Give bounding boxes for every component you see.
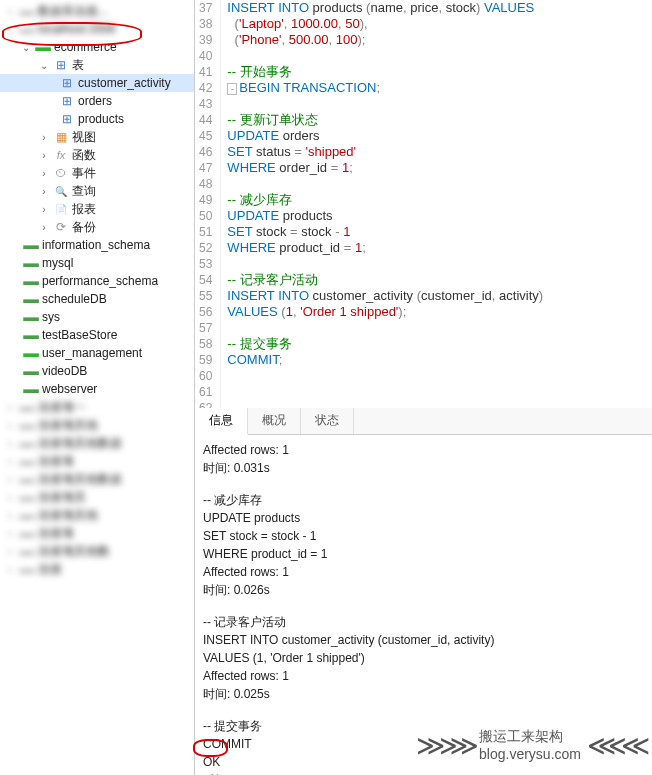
tree-reports-folder[interactable]: ›报表 [0, 200, 194, 218]
db-label: webserver [42, 382, 97, 396]
tree-blurred-item[interactable]: ›连接项其 [0, 488, 194, 506]
main-panel: 3738394041424344454647484950515253545556… [195, 0, 652, 775]
tree-db-user-management[interactable]: user_management [0, 344, 194, 362]
table-icon [59, 111, 75, 127]
table-label: customer_activity [78, 76, 171, 90]
tree-blurred-item[interactable]: ›连接项其他 [0, 506, 194, 524]
table-icon [59, 75, 75, 91]
db-label: mysql [42, 256, 73, 270]
output-line: Affected rows: 1 [203, 667, 644, 685]
database-icon [35, 39, 51, 55]
tab-info[interactable]: 信息 [195, 408, 248, 435]
tree-blurred-item[interactable]: ›连接项其他数据 [0, 434, 194, 452]
output-line: 时间: 0.026s [203, 581, 644, 599]
tree-blurred-item[interactable]: ›连接项 [0, 524, 194, 542]
tree-blurred-item[interactable]: ›连接项 [0, 452, 194, 470]
db-label: ecommerce [54, 40, 117, 54]
tab-status[interactable]: 状态 [301, 408, 354, 434]
output-line: VALUES (1, 'Order 1 shipped') [203, 649, 644, 667]
folder-label: 表 [72, 57, 84, 74]
tree-db-mysql[interactable]: mysql [0, 254, 194, 272]
table-label: products [78, 112, 124, 126]
event-icon [53, 165, 69, 181]
output-line: 时间: 0.026s [203, 771, 644, 775]
tree-db-information-schema[interactable]: information_schema [0, 236, 194, 254]
code-content[interactable]: INSERT INTO products (name, price, stock… [221, 0, 543, 408]
tree-blurred-item[interactable]: ›连接项其他数 [0, 542, 194, 560]
table-icon [59, 93, 75, 109]
tab-profile[interactable]: 概况 [248, 408, 301, 434]
database-icon [23, 237, 39, 253]
folder-label: 函数 [72, 147, 96, 164]
tree-db-sys[interactable]: sys [0, 308, 194, 326]
tree-tables-folder[interactable]: ⌄表 [0, 56, 194, 74]
output-line: UPDATE products [203, 509, 644, 527]
tree-blurred-item[interactable]: ›连接项其他 [0, 416, 194, 434]
report-icon [53, 201, 69, 217]
output-line: SET stock = stock - 1 [203, 527, 644, 545]
output-line: INSERT INTO customer_activity (customer_… [203, 631, 644, 649]
tree-views-folder[interactable]: ›▦视图 [0, 128, 194, 146]
db-label: scheduleDB [42, 292, 107, 306]
db-label: testBaseStore [42, 328, 117, 342]
tree-functions-folder[interactable]: ›fx函数 [0, 146, 194, 164]
table-folder-icon [53, 57, 69, 73]
backup-icon [53, 219, 69, 235]
output-tabs: 信息 概况 状态 [195, 408, 652, 435]
folder-label: 事件 [72, 165, 96, 182]
tree-db-scheduledb[interactable]: scheduleDB [0, 290, 194, 308]
tree-backups-folder[interactable]: ›备份 [0, 218, 194, 236]
function-icon: fx [53, 147, 69, 163]
tree-db-ecommerce[interactable]: ⌄ecommerce [0, 38, 194, 56]
tree-blurred-item[interactable]: ›数据库连接... [0, 2, 194, 20]
tree-db-performance-schema[interactable]: performance_schema [0, 272, 194, 290]
tree-table-orders[interactable]: orders [0, 92, 194, 110]
output-ok: OK [203, 753, 644, 771]
tree-queries-folder[interactable]: ›查询 [0, 182, 194, 200]
output-line: -- 记录客户活动 [203, 613, 644, 631]
database-icon [23, 309, 39, 325]
tree-table-customer-activity[interactable]: customer_activity [0, 74, 194, 92]
folder-label: 报表 [72, 201, 96, 218]
output-panel[interactable]: Affected rows: 1 时间: 0.031s -- 减少库存 UPDA… [195, 435, 652, 775]
output-line: WHERE product_id = 1 [203, 545, 644, 563]
database-icon [23, 255, 39, 271]
database-icon [23, 327, 39, 343]
database-icon [23, 273, 39, 289]
output-line: 时间: 0.025s [203, 685, 644, 703]
line-number-gutter: 3738394041424344454647484950515253545556… [195, 0, 221, 408]
output-line: COMMIT [203, 735, 644, 753]
output-line: Affected rows: 1 [203, 563, 644, 581]
query-icon [53, 183, 69, 199]
tree-db-testbasestore[interactable]: testBaseStore [0, 326, 194, 344]
folder-label: 查询 [72, 183, 96, 200]
database-icon [23, 345, 39, 361]
folder-label: 备份 [72, 219, 96, 236]
output-line: Affected rows: 1 [203, 441, 644, 459]
folder-label: 视图 [72, 129, 96, 146]
tree-blurred-item[interactable]: ›连接 [0, 560, 194, 578]
tree-blurred-item[interactable]: ›连接项其他数据 [0, 470, 194, 488]
tree-events-folder[interactable]: ›事件 [0, 164, 194, 182]
table-label: orders [78, 94, 112, 108]
database-icon [23, 363, 39, 379]
db-label: user_management [42, 346, 142, 360]
db-label: sys [42, 310, 60, 324]
tree-table-products[interactable]: products [0, 110, 194, 128]
sql-editor[interactable]: 3738394041424344454647484950515253545556… [195, 0, 652, 408]
tree-blurred-item[interactable]: ›连接项一 [0, 398, 194, 416]
output-line: -- 提交事务 [203, 717, 644, 735]
output-line: -- 减少库存 [203, 491, 644, 509]
tree-db-webserver[interactable]: webserver [0, 380, 194, 398]
db-label: videoDB [42, 364, 87, 378]
tree-db-videodb[interactable]: videoDB [0, 362, 194, 380]
db-label: information_schema [42, 238, 150, 252]
database-icon [23, 381, 39, 397]
database-icon [23, 291, 39, 307]
tree-blurred-item[interactable]: ⌄localhost:3306 [0, 20, 194, 38]
view-icon: ▦ [53, 129, 69, 145]
database-tree-sidebar: ›数据库连接... ⌄localhost:3306 ⌄ecommerce ⌄表 … [0, 0, 195, 775]
db-label: performance_schema [42, 274, 158, 288]
output-line: 时间: 0.031s [203, 459, 644, 477]
